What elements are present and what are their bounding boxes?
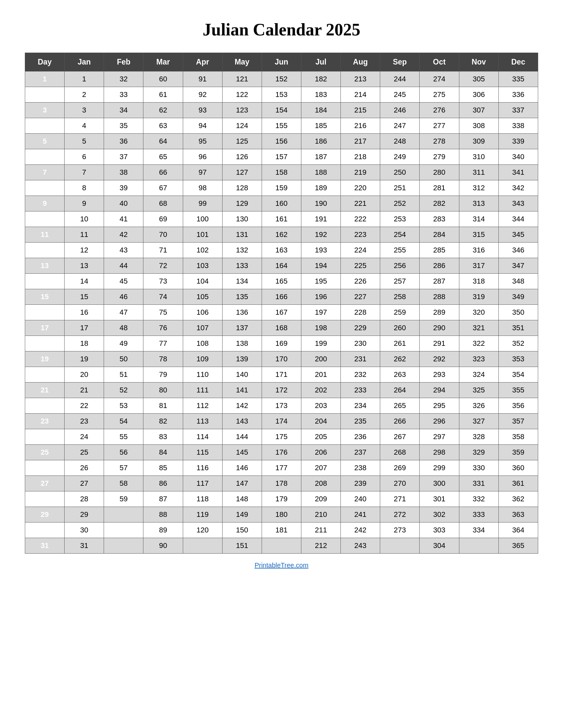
julian-day-cell: 3 — [65, 103, 104, 118]
julian-day-cell: 183 — [301, 87, 341, 103]
table-row: 66376596126157187218249279310340 — [25, 149, 538, 165]
footer-link[interactable]: PrintableTree.com — [255, 562, 309, 569]
column-header-sep: Sep — [380, 53, 420, 71]
julian-day-cell: 286 — [420, 258, 459, 274]
julian-day-cell: 355 — [498, 383, 538, 398]
julian-day-cell: 154 — [261, 103, 301, 118]
julian-day-cell: 138 — [222, 336, 261, 351]
julian-day-cell: 132 — [222, 243, 261, 258]
julian-day-cell: 141 — [222, 383, 261, 398]
julian-day-cell: 364 — [498, 523, 538, 538]
julian-day-cell: 270 — [380, 476, 420, 491]
julian-day-cell: 175 — [261, 429, 301, 445]
julian-day-cell: 110 — [183, 367, 222, 383]
julian-day-cell: 53 — [104, 398, 143, 414]
julian-day-cell: 65 — [143, 149, 183, 165]
julian-day-cell: 106 — [183, 305, 222, 320]
julian-day-cell: 285 — [420, 243, 459, 258]
julian-day-cell: 146 — [222, 460, 261, 476]
julian-day-cell: 335 — [498, 71, 538, 87]
day-cell: 18 — [25, 336, 65, 351]
julian-day-cell: 75 — [143, 305, 183, 320]
julian-day-cell: 224 — [341, 243, 380, 258]
julian-day-cell: 60 — [143, 71, 183, 87]
julian-day-cell — [104, 507, 143, 523]
julian-day-cell: 176 — [261, 445, 301, 460]
julian-day-cell: 325 — [459, 383, 498, 398]
julian-day-cell: 257 — [380, 274, 420, 289]
julian-day-cell: 211 — [301, 523, 341, 538]
julian-day-cell: 108 — [183, 336, 222, 351]
julian-day-cell: 102 — [183, 243, 222, 258]
julian-day-cell: 160 — [261, 196, 301, 211]
table-row: 16164775106136167197228259289320350 — [25, 305, 538, 320]
day-cell: 2 — [25, 87, 65, 103]
column-header-aug: Aug — [341, 53, 380, 71]
julian-day-cell: 326 — [459, 398, 498, 414]
julian-day-cell: 347 — [498, 258, 538, 274]
julian-day-cell: 52 — [104, 383, 143, 398]
julian-day-cell: 9 — [65, 196, 104, 211]
day-cell: 26 — [25, 460, 65, 476]
julian-day-cell: 185 — [301, 118, 341, 134]
julian-day-cell: 125 — [222, 134, 261, 149]
table-row: 11114270101131162192223254284315345 — [25, 227, 538, 243]
julian-day-cell: 208 — [301, 476, 341, 491]
julian-day-cell: 17 — [65, 320, 104, 336]
julian-day-cell: 105 — [183, 289, 222, 305]
julian-day-cell: 263 — [380, 367, 420, 383]
julian-day-cell: 81 — [143, 398, 183, 414]
table-row: 313190151212243304365 — [25, 538, 538, 554]
julian-day-cell: 49 — [104, 336, 143, 351]
julian-day-cell: 4 — [65, 118, 104, 134]
julian-day-cell: 331 — [459, 476, 498, 491]
table-row: 77386697127158188219250280311341 — [25, 165, 538, 180]
julian-day-cell: 248 — [380, 134, 420, 149]
column-header-jul: Jul — [301, 53, 341, 71]
julian-day-cell: 281 — [420, 180, 459, 196]
julian-day-cell: 39 — [104, 180, 143, 196]
julian-day-cell: 275 — [420, 87, 459, 103]
day-cell: 25 — [25, 445, 65, 460]
julian-day-cell: 228 — [341, 305, 380, 320]
julian-day-cell: 253 — [380, 211, 420, 227]
julian-day-cell: 302 — [420, 507, 459, 523]
julian-day-cell: 87 — [143, 491, 183, 507]
day-cell: 14 — [25, 274, 65, 289]
julian-day-cell: 163 — [261, 243, 301, 258]
julian-day-cell: 199 — [301, 336, 341, 351]
julian-day-cell: 129 — [222, 196, 261, 211]
julian-day-cell: 195 — [301, 274, 341, 289]
julian-day-cell: 86 — [143, 476, 183, 491]
julian-day-cell: 107 — [183, 320, 222, 336]
julian-day-cell: 330 — [459, 460, 498, 476]
julian-day-cell: 312 — [459, 180, 498, 196]
julian-day-cell: 290 — [420, 320, 459, 336]
page-title: Julian Calendar 2025 — [203, 20, 360, 39]
julian-day-cell: 104 — [183, 274, 222, 289]
julian-day-cell: 38 — [104, 165, 143, 180]
table-row: 23235482113143174204235266296327357 — [25, 414, 538, 429]
julian-day-cell: 251 — [380, 180, 420, 196]
julian-day-cell: 85 — [143, 460, 183, 476]
day-cell: 16 — [25, 305, 65, 320]
julian-day-cell: 356 — [498, 398, 538, 414]
julian-day-cell: 241 — [341, 507, 380, 523]
day-cell: 27 — [25, 476, 65, 491]
julian-day-cell: 301 — [420, 491, 459, 507]
julian-day-cell: 243 — [341, 538, 380, 554]
julian-day-cell: 239 — [341, 476, 380, 491]
julian-day-cell: 152 — [261, 71, 301, 87]
julian-day-cell: 109 — [183, 351, 222, 367]
julian-day-cell: 148 — [222, 491, 261, 507]
julian-day-cell: 278 — [420, 134, 459, 149]
julian-day-cell: 116 — [183, 460, 222, 476]
julian-day-cell: 37 — [104, 149, 143, 165]
julian-day-cell: 282 — [420, 196, 459, 211]
julian-day-cell: 210 — [301, 507, 341, 523]
julian-day-cell: 164 — [261, 258, 301, 274]
julian-day-cell: 262 — [380, 351, 420, 367]
table-row: 292988119149180210241272302333363 — [25, 507, 538, 523]
julian-day-cell: 318 — [459, 274, 498, 289]
julian-day-cell: 245 — [380, 87, 420, 103]
